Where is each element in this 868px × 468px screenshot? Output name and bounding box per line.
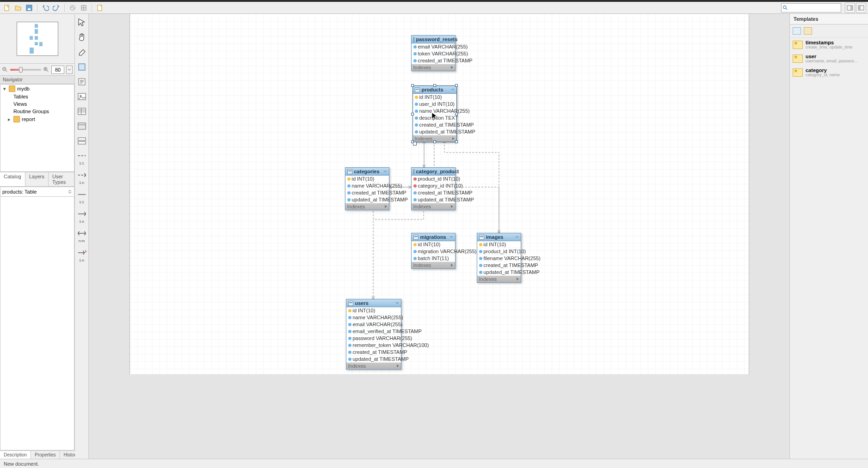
tab-user-types[interactable]: User Types bbox=[49, 172, 74, 186]
table-header[interactable]: users bbox=[346, 299, 401, 307]
table-header[interactable]: password_resets bbox=[412, 36, 455, 43]
table-column[interactable]: updated_at TIMESTAMP bbox=[413, 128, 456, 135]
table-header[interactable]: category_product bbox=[412, 168, 455, 176]
search-input[interactable] bbox=[788, 5, 840, 11]
new-doc-icon[interactable] bbox=[95, 3, 105, 13]
table-header[interactable]: categories bbox=[345, 168, 389, 176]
resize-handle[interactable] bbox=[411, 84, 414, 87]
resize-handle[interactable] bbox=[411, 113, 414, 115]
redo-icon[interactable] bbox=[51, 3, 62, 13]
tree-node-routine-groups[interactable]: Routine Groups bbox=[0, 108, 74, 115]
search-box[interactable] bbox=[781, 3, 841, 12]
table-column[interactable]: name VARCHAR(255) bbox=[413, 108, 456, 115]
table-products[interactable]: productsid INT(10)user_id INT(10)name VA… bbox=[412, 85, 457, 142]
table-column[interactable]: token VARCHAR(255) bbox=[412, 50, 455, 57]
schema-tree[interactable]: ▾mydb Tables Views Routine Groups ▸repor… bbox=[0, 84, 74, 172]
minimap[interactable] bbox=[17, 22, 58, 56]
table-users[interactable]: usersid INT(10)name VARCHAR(255)email VA… bbox=[346, 299, 401, 370]
save-icon[interactable] bbox=[24, 3, 34, 13]
template-group-icon[interactable] bbox=[804, 27, 812, 35]
tool-rel-1-1-id-icon[interactable] bbox=[77, 189, 87, 200]
table-column[interactable]: product_id INT(10) bbox=[477, 248, 521, 255]
tool-eraser-icon[interactable] bbox=[77, 47, 87, 57]
chevron-down-icon[interactable] bbox=[383, 169, 388, 174]
template-item-category[interactable]: categorycategory_id, name bbox=[790, 66, 868, 79]
table-indexes[interactable]: Indexes bbox=[412, 64, 455, 71]
table-column[interactable]: created_at TIMESTAMP bbox=[346, 349, 401, 356]
tab-layers[interactable]: Layers bbox=[25, 172, 49, 186]
table-column[interactable]: password VARCHAR(255) bbox=[346, 335, 401, 342]
table-column[interactable]: batch INT(11) bbox=[412, 255, 455, 262]
table-header[interactable]: migrations bbox=[412, 233, 455, 241]
tree-node-views[interactable]: Views bbox=[0, 100, 74, 108]
table-column[interactable]: id INT(10) bbox=[412, 241, 455, 248]
table-column[interactable]: email VARCHAR(255) bbox=[412, 43, 455, 50]
tree-schema-mydb[interactable]: ▾mydb bbox=[0, 85, 74, 93]
table-column[interactable]: migration VARCHAR(255) bbox=[412, 248, 455, 255]
tool-rel-n-m-icon[interactable] bbox=[77, 228, 87, 238]
diagram-canvas[interactable]: password_resetsemail VARCHAR(255)token V… bbox=[129, 14, 749, 374]
table-column[interactable]: created_at TIMESTAMP bbox=[345, 189, 389, 196]
table-indexes[interactable]: Indexes bbox=[412, 262, 455, 268]
resize-handle[interactable] bbox=[455, 84, 458, 87]
table-categories[interactable]: categoriesid INT(10)name VARCHAR(255)cre… bbox=[345, 167, 389, 210]
zoom-out-icon[interactable] bbox=[2, 67, 8, 73]
table-indexes[interactable]: Indexes bbox=[412, 203, 455, 210]
resize-handle[interactable] bbox=[455, 140, 458, 143]
tool-layer-icon[interactable] bbox=[77, 62, 87, 72]
table-images[interactable]: imagesid INT(10)product_id INT(10)filena… bbox=[477, 233, 521, 283]
tool-hand-icon[interactable] bbox=[77, 32, 87, 43]
tool-table-icon[interactable] bbox=[77, 106, 87, 116]
resize-handle[interactable] bbox=[455, 113, 458, 115]
table-indexes[interactable]: Indexes bbox=[346, 363, 401, 369]
resize-handle[interactable] bbox=[433, 84, 436, 87]
chevron-down-icon[interactable] bbox=[449, 169, 454, 174]
tool-rel-1-n-place-icon[interactable] bbox=[77, 248, 87, 258]
table-column[interactable]: user_id INT(10) bbox=[413, 101, 456, 108]
template-item-user[interactable]: userusername, email, passwor... bbox=[790, 52, 868, 66]
validate-icon[interactable] bbox=[68, 3, 78, 13]
toggle-right-panel-icon[interactable] bbox=[845, 3, 855, 13]
zoom-in-icon[interactable] bbox=[43, 67, 49, 73]
chevron-down-icon[interactable] bbox=[449, 37, 454, 42]
undo-icon[interactable] bbox=[40, 3, 50, 13]
table-column[interactable]: email_verified_at TIMESTAMP bbox=[346, 328, 401, 335]
table-column[interactable]: product_id INT(10) bbox=[412, 176, 455, 182]
chevron-down-icon[interactable] bbox=[515, 235, 519, 239]
chevron-down-icon[interactable] bbox=[449, 235, 454, 239]
template-group-icon[interactable] bbox=[793, 27, 801, 35]
table-column[interactable]: created_at TIMESTAMP bbox=[477, 262, 521, 269]
tool-rel-1-n-id-icon[interactable] bbox=[77, 209, 87, 219]
resize-handle[interactable] bbox=[433, 140, 436, 143]
tool-note-icon[interactable] bbox=[77, 77, 87, 87]
chevron-down-icon[interactable] bbox=[450, 87, 455, 92]
table-migrations[interactable]: migrationsid INT(10)migration VARCHAR(25… bbox=[411, 233, 456, 269]
zoom-slider[interactable] bbox=[10, 69, 41, 71]
tool-routine-icon[interactable] bbox=[77, 136, 87, 146]
table-column[interactable]: id INT(10) bbox=[477, 241, 521, 248]
tab-description[interactable]: Description bbox=[0, 451, 31, 459]
table-category_product[interactable]: category_productproduct_id INT(10)catego… bbox=[411, 167, 456, 210]
tree-node-tables[interactable]: Tables bbox=[0, 93, 74, 100]
tool-rel-1-1-icon[interactable] bbox=[77, 151, 87, 161]
tab-catalog[interactable]: Catalog bbox=[0, 172, 25, 186]
template-item-timestamps[interactable]: timestampscreate_time, update_time bbox=[790, 38, 868, 52]
zoom-dropdown[interactable] bbox=[66, 66, 73, 74]
table-indexes[interactable]: Indexes bbox=[345, 203, 389, 210]
table-column[interactable]: remember_token VARCHAR(100) bbox=[346, 342, 401, 349]
resize-handle[interactable] bbox=[411, 140, 414, 143]
table-column[interactable]: description TEXT bbox=[413, 115, 456, 122]
table-indexes[interactable]: Indexes bbox=[477, 276, 521, 282]
tool-pointer-icon[interactable] bbox=[77, 18, 87, 28]
table-column[interactable]: created_at TIMESTAMP bbox=[412, 189, 455, 196]
tool-image-icon[interactable] bbox=[77, 91, 87, 102]
grid-icon[interactable] bbox=[79, 3, 89, 13]
table-column[interactable]: id INT(10) bbox=[345, 176, 389, 182]
diagram-scroll[interactable]: password_resetsemail VARCHAR(255)token V… bbox=[89, 14, 789, 459]
table-column[interactable]: email VARCHAR(255) bbox=[346, 321, 401, 328]
chevron-down-icon[interactable] bbox=[395, 301, 400, 305]
tool-view-icon[interactable] bbox=[77, 121, 87, 131]
tree-schema-report[interactable]: ▸report bbox=[0, 115, 74, 123]
table-column[interactable]: id INT(10) bbox=[413, 94, 456, 101]
tab-properties[interactable]: Properties bbox=[31, 451, 60, 459]
